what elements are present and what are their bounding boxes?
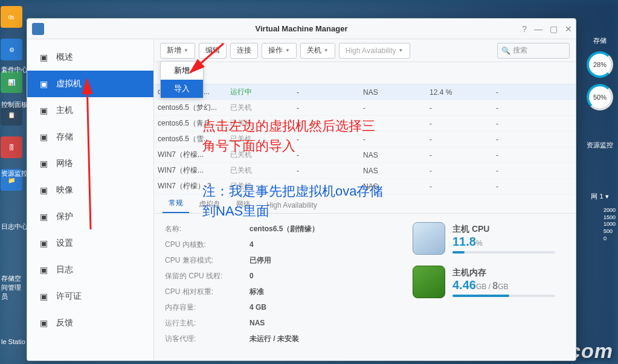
main-panel: 新增▼ 编辑 连接 操作▼ 关机▼ High Availability▼ 🔍 搜… bbox=[154, 39, 576, 360]
network-label[interactable]: 网 1 ▾ bbox=[591, 192, 608, 201]
close-icon[interactable]: ✕ bbox=[565, 24, 572, 34]
mem-stat: 主机内存 4.46GB / 8GB bbox=[413, 266, 570, 298]
help-icon[interactable]: ? bbox=[522, 24, 527, 34]
app-icon bbox=[32, 23, 44, 35]
property-row: CPU 相对权重:标准 bbox=[165, 284, 396, 299]
tab[interactable]: High Availability bbox=[260, 197, 323, 213]
detail-tabs: 常规虚拟盘网络High Availability bbox=[154, 194, 576, 214]
taskbar-app[interactable]: 🛍 bbox=[1, 6, 22, 28]
table-row[interactable]: WIN7（柠檬...已关机-NAS-- bbox=[154, 163, 576, 179]
tab[interactable]: 虚拟盘 bbox=[193, 196, 227, 213]
sidebar: ▣概述▣虚拟机▣主机▣存储▣网络▣映像▣保护▣设置▣日志▣许可证▣反馈 bbox=[27, 39, 154, 360]
sidebar-item-label: 网络 bbox=[56, 158, 73, 169]
taskbar-app[interactable]: ⚙ bbox=[1, 39, 22, 60]
sidebar-item-2[interactable]: ▣主机 bbox=[27, 97, 153, 124]
property-row: 运行主机:NAS bbox=[165, 315, 396, 331]
storage-icon: ▣ bbox=[38, 132, 49, 142]
storage-ring-2: 50% bbox=[587, 84, 613, 110]
property-row: CPU 内核数:4 bbox=[165, 237, 396, 252]
table-row[interactable]: centos6.5（梦幻...已关机---- bbox=[154, 100, 576, 116]
sidebar-item-5[interactable]: ▣映像 bbox=[27, 177, 153, 203]
connect-button[interactable]: 连接 bbox=[230, 43, 258, 59]
desktop-taskbar: 🛍 ⚙ 📊 📋 🗄 📁 bbox=[0, 0, 23, 364]
operate-button[interactable]: 操作▼ bbox=[262, 43, 297, 59]
host-icon: ▣ bbox=[38, 105, 49, 116]
vm-icon: ▣ bbox=[38, 78, 49, 89]
storage-label: 存储 bbox=[593, 36, 607, 45]
ha-button[interactable]: High Availability▼ bbox=[339, 43, 410, 59]
toolbar: 新增▼ 编辑 连接 操作▼ 关机▼ High Availability▼ 🔍 搜… bbox=[154, 39, 576, 62]
tab[interactable]: 网络 bbox=[230, 196, 257, 213]
shutdown-button[interactable]: 关机▼ bbox=[300, 43, 335, 59]
minimize-icon[interactable]: — bbox=[534, 24, 542, 34]
log-icon: ▣ bbox=[38, 264, 49, 275]
search-icon: 🔍 bbox=[501, 46, 510, 55]
edit-button[interactable]: 编辑 bbox=[199, 43, 227, 59]
property-row: CPU 兼容模式:已停用 bbox=[165, 252, 396, 268]
table-row[interactable]: centos6.5（青丘...已关机---- bbox=[154, 116, 576, 132]
property-row: 内存容量:4 GB bbox=[165, 299, 396, 315]
maximize-icon[interactable]: ▢ bbox=[550, 24, 558, 34]
dropdown-import[interactable]: 导入 bbox=[161, 80, 203, 98]
resource-label: 资源监控 bbox=[587, 141, 613, 150]
table-row[interactable]: centos6.5（剧...运行中-NAS12.4 %- bbox=[154, 85, 576, 100]
sidebar-item-label: 日志 bbox=[56, 264, 73, 275]
sidebar-item-label: 虚拟机 bbox=[56, 78, 82, 89]
sidebar-item-label: 存储 bbox=[56, 132, 73, 142]
memory-chip-icon bbox=[413, 266, 445, 298]
sidebar-item-1[interactable]: ▣虚拟机 bbox=[27, 71, 153, 97]
sidebar-item-4[interactable]: ▣网络 bbox=[27, 150, 153, 177]
vmm-window: Virtual Machine Manager ? — ▢ ✕ ▣概述▣虚拟机▣… bbox=[27, 18, 576, 361]
image-icon: ▣ bbox=[38, 185, 49, 196]
sidebar-item-9[interactable]: ▣许可证 bbox=[27, 283, 153, 310]
sidebar-item-0[interactable]: ▣概述 bbox=[27, 44, 153, 71]
window-title: Virtual Machine Manager bbox=[256, 24, 348, 33]
titlebar[interactable]: Virtual Machine Manager ? — ▢ ✕ bbox=[27, 19, 576, 39]
sidebar-item-3[interactable]: ▣存储 bbox=[27, 124, 153, 150]
storage-ring-1: 28% bbox=[587, 51, 613, 78]
new-dropdown: 新增 导入 bbox=[160, 61, 204, 98]
sidebar-item-label: 主机 bbox=[56, 105, 73, 116]
taskbar-app[interactable]: 📊 bbox=[1, 71, 22, 93]
cpu-chip-icon bbox=[413, 222, 445, 255]
tab[interactable]: 常规 bbox=[163, 194, 189, 213]
sidebar-item-label: 反馈 bbox=[56, 318, 73, 328]
property-row: 保留的 CPU 线程:0 bbox=[165, 268, 396, 284]
sidebar-item-label: 保护 bbox=[56, 211, 73, 222]
sidebar-item-label: 概述 bbox=[56, 52, 73, 63]
search-input[interactable]: 🔍 搜索 bbox=[497, 43, 570, 59]
property-row: 访客代理:未运行 / 未安装 bbox=[165, 331, 396, 346]
dropdown-add[interactable]: 新增 bbox=[161, 62, 203, 80]
properties-panel: 名称:centos6.5（剧情缘）CPU 内核数:4CPU 兼容模式:已停用保留… bbox=[154, 214, 407, 360]
property-row: 名称:centos6.5（剧情缘） bbox=[165, 221, 396, 237]
feedback-icon: ▣ bbox=[38, 318, 49, 328]
sidebar-item-6[interactable]: ▣保护 bbox=[27, 203, 153, 230]
stats-panel: 主机 CPU 11.8% 主机内存 4.46GB / 8GB bbox=[407, 214, 576, 360]
license-icon: ▣ bbox=[38, 291, 49, 302]
cpu-stat: 主机 CPU 11.8% bbox=[413, 222, 570, 255]
sidebar-item-label: 许可证 bbox=[56, 291, 82, 302]
sidebar-item-label: 设置 bbox=[56, 238, 73, 249]
table-row[interactable]: centos6.5（雪...已关机---- bbox=[154, 132, 576, 147]
protect-icon: ▣ bbox=[38, 211, 49, 222]
settings-icon: ▣ bbox=[38, 238, 49, 249]
new-button[interactable]: 新增▼ bbox=[160, 43, 195, 59]
desktop-right-panel: 存储 28% 50% 资源监控 网 1 ▾ 2000 1500 1000 500… bbox=[582, 36, 618, 242]
sidebar-item-7[interactable]: ▣设置 bbox=[27, 230, 153, 257]
table-row[interactable]: WIN7（柠檬...已关机-NAS-- bbox=[154, 147, 576, 163]
sidebar-item-label: 映像 bbox=[56, 185, 73, 196]
table-row[interactable]: WIN7（柠檬）-2已关机-NAS-- bbox=[154, 179, 576, 194]
network-icon: ▣ bbox=[38, 158, 49, 169]
sidebar-item-10[interactable]: ▣反馈 bbox=[27, 310, 153, 336]
taskbar-app[interactable]: 🗄 bbox=[1, 136, 22, 158]
sidebar-item-8[interactable]: ▣日志 bbox=[27, 257, 153, 283]
overview-icon: ▣ bbox=[38, 52, 49, 63]
vm-table: 名称状态High Availability运行主机主机 CPUIP centos… bbox=[154, 62, 576, 194]
